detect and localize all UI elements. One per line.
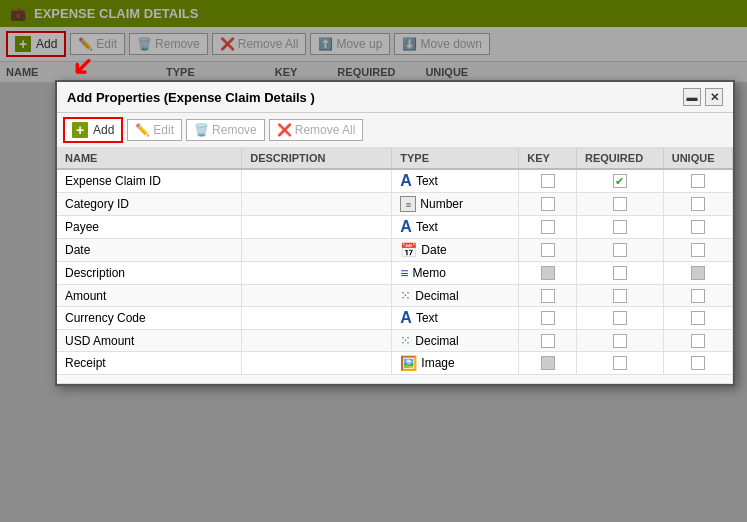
row-unique[interactable] (663, 193, 732, 216)
key-checkbox[interactable] (541, 356, 555, 370)
type-number-icon: ≡ (400, 196, 416, 212)
required-checkbox[interactable] (613, 220, 627, 234)
table-row[interactable]: USD Amount ⁙ Decimal (57, 330, 733, 352)
type-memo-icon: ≡ (400, 265, 408, 281)
row-key[interactable] (519, 285, 577, 307)
type-label: Decimal (415, 334, 458, 348)
modal-remove-all-button[interactable]: ❌ Remove All (269, 119, 364, 141)
row-unique[interactable] (663, 307, 732, 330)
key-checkbox[interactable] (541, 289, 555, 303)
required-checkbox[interactable] (613, 356, 627, 370)
modal-remove-icon: 🗑️ (194, 123, 209, 137)
type-image-icon: 🖼️ (400, 355, 417, 371)
required-checkbox[interactable]: ✔ (613, 174, 627, 188)
type-label: Text (416, 174, 438, 188)
row-key[interactable] (519, 262, 577, 285)
key-checkbox[interactable] (541, 243, 555, 257)
row-required[interactable] (577, 285, 664, 307)
table-row[interactable]: Payee A Text (57, 216, 733, 239)
table-header-row: NAME DESCRIPTION TYPE KEY REQUIRED UNIQU… (57, 148, 733, 169)
row-name: Category ID (57, 193, 242, 216)
row-description (242, 239, 392, 262)
table-row[interactable]: Category ID ≡ Number (57, 193, 733, 216)
col-header-required: REQUIRED (577, 148, 664, 169)
table-row[interactable]: Amount ⁙ Decimal (57, 285, 733, 307)
row-description (242, 285, 392, 307)
type-label: Decimal (415, 289, 458, 303)
type-icon-container: 🖼️ Image (400, 355, 454, 371)
table-row[interactable]: Date 📅 Date (57, 239, 733, 262)
unique-checkbox[interactable] (691, 289, 705, 303)
row-key[interactable] (519, 352, 577, 375)
type-icon-container: A Text (400, 310, 438, 326)
row-required[interactable] (577, 307, 664, 330)
table-row[interactable]: Currency Code A Text (57, 307, 733, 330)
required-checkbox[interactable] (613, 197, 627, 211)
type-icon-container: A Text (400, 219, 438, 235)
unique-checkbox[interactable] (691, 311, 705, 325)
modal-edit-button[interactable]: ✏️ Edit (127, 119, 182, 141)
row-unique[interactable] (663, 216, 732, 239)
required-checkbox[interactable] (613, 334, 627, 348)
row-key[interactable] (519, 193, 577, 216)
row-unique[interactable] (663, 352, 732, 375)
row-key[interactable] (519, 307, 577, 330)
row-unique[interactable] (663, 169, 732, 193)
add-property-label[interactable] (57, 375, 733, 384)
row-unique[interactable] (663, 330, 732, 352)
table-row[interactable]: Expense Claim ID A Text ✔ (57, 169, 733, 193)
key-checkbox[interactable] (541, 220, 555, 234)
row-type: ≡ Number (392, 193, 519, 216)
properties-table-container[interactable]: NAME DESCRIPTION TYPE KEY REQUIRED UNIQU… (57, 148, 733, 384)
row-required[interactable] (577, 262, 664, 285)
table-row[interactable]: Receipt 🖼️ Image (57, 352, 733, 375)
modal-add-button[interactable]: + Add (63, 117, 123, 143)
table-row[interactable]: Description ≡ Memo (57, 262, 733, 285)
unique-checkbox[interactable] (691, 266, 705, 280)
row-unique[interactable] (663, 285, 732, 307)
row-key[interactable] (519, 239, 577, 262)
row-key[interactable] (519, 169, 577, 193)
row-required[interactable] (577, 330, 664, 352)
modal-close-button[interactable]: ✕ (705, 88, 723, 106)
unique-checkbox[interactable] (691, 356, 705, 370)
row-type: ≡ Memo (392, 262, 519, 285)
row-required[interactable]: ✔ (577, 169, 664, 193)
key-checkbox[interactable] (541, 197, 555, 211)
key-checkbox[interactable] (541, 174, 555, 188)
row-required[interactable] (577, 193, 664, 216)
required-checkbox[interactable] (613, 243, 627, 257)
row-name: Description (57, 262, 242, 285)
add-property-row[interactable] (57, 375, 733, 384)
row-name: Expense Claim ID (57, 169, 242, 193)
type-label: Date (421, 243, 446, 257)
row-required[interactable] (577, 239, 664, 262)
row-key[interactable] (519, 216, 577, 239)
row-type: 🖼️ Image (392, 352, 519, 375)
required-checkbox[interactable] (613, 289, 627, 303)
key-checkbox[interactable] (541, 311, 555, 325)
unique-checkbox[interactable] (691, 197, 705, 211)
type-icon-container: ⁙ Decimal (400, 288, 458, 303)
modal-remove-button[interactable]: 🗑️ Remove (186, 119, 265, 141)
key-checkbox[interactable] (541, 266, 555, 280)
modal-minimize-button[interactable]: ▬ (683, 88, 701, 106)
unique-checkbox[interactable] (691, 220, 705, 234)
row-unique[interactable] (663, 262, 732, 285)
row-name: Payee (57, 216, 242, 239)
row-key[interactable] (519, 330, 577, 352)
row-description (242, 352, 392, 375)
row-required[interactable] (577, 352, 664, 375)
modal-remove-label: Remove (212, 123, 257, 137)
row-required[interactable] (577, 216, 664, 239)
row-name: Receipt (57, 352, 242, 375)
type-text-icon: A (400, 219, 412, 235)
key-checkbox[interactable] (541, 334, 555, 348)
unique-checkbox[interactable] (691, 334, 705, 348)
row-unique[interactable] (663, 239, 732, 262)
col-header-name: NAME (57, 148, 242, 169)
required-checkbox[interactable] (613, 266, 627, 280)
required-checkbox[interactable] (613, 311, 627, 325)
unique-checkbox[interactable] (691, 243, 705, 257)
unique-checkbox[interactable] (691, 174, 705, 188)
